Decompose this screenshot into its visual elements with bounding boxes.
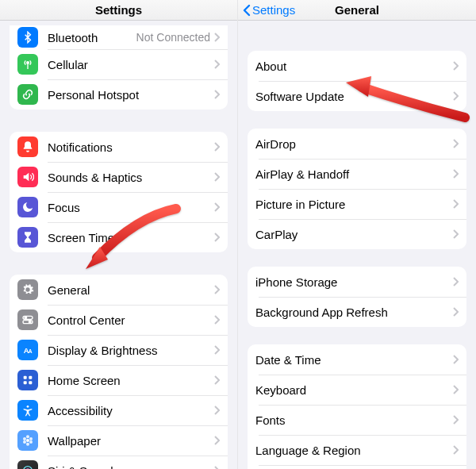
svg-point-2 <box>25 317 27 319</box>
text-size-icon: AA <box>17 340 38 360</box>
general-row-fonts[interactable]: Fonts <box>248 405 466 435</box>
general-row-software-update[interactable]: Software Update <box>248 81 466 111</box>
settings-group-connectivity: Bluetooth Not Connected Cellular Persona… <box>10 25 228 110</box>
row-label: Control Center <box>48 313 213 327</box>
svg-rect-10 <box>29 381 32 384</box>
row-label: Screen Time <box>48 231 213 244</box>
general-row-datetime[interactable]: Date & Time <box>248 344 466 375</box>
row-label: Background App Refresh <box>255 306 452 319</box>
grid-icon <box>17 370 38 390</box>
row-label: Notifications <box>48 140 213 154</box>
link-icon <box>17 84 38 105</box>
gear-icon <box>17 279 38 300</box>
general-group-locale: Date & Time Keyboard Fonts Language & Re… <box>248 344 466 469</box>
svg-point-17 <box>23 440 26 444</box>
row-label: Software Update <box>255 90 452 103</box>
svg-point-12 <box>26 439 29 442</box>
antenna-icon <box>17 54 38 75</box>
settings-row-general[interactable]: General <box>10 275 228 305</box>
general-content: About Software Update AirDrop AirPlay & … <box>238 21 476 469</box>
general-group-airdrop: AirDrop AirPlay & Handoff Picture in Pic… <box>248 129 466 249</box>
chevron-right-icon <box>213 33 220 42</box>
row-label: Display & Brightness <box>48 344 213 357</box>
chevron-right-icon <box>213 233 220 242</box>
chevron-right-icon <box>452 199 459 209</box>
chevron-right-icon <box>452 277 459 286</box>
chevron-right-icon <box>213 466 220 469</box>
settings-row-home-screen[interactable]: Home Screen <box>10 365 228 395</box>
general-row-bg-refresh[interactable]: Background App Refresh <box>248 297 466 327</box>
chevron-right-icon <box>213 375 220 385</box>
bluetooth-icon <box>17 27 38 48</box>
general-row-carplay[interactable]: CarPlay <box>248 219 466 249</box>
general-row-airplay[interactable]: AirPlay & Handoff <box>248 159 466 189</box>
general-screen: Settings General About Software Update A… <box>238 0 476 469</box>
svg-rect-7 <box>24 376 27 379</box>
group-spacer <box>248 327 466 344</box>
row-label: Home Screen <box>48 374 213 387</box>
group-spacer <box>10 252 228 275</box>
svg-point-0 <box>27 62 29 64</box>
row-value: Not Connected <box>136 31 210 44</box>
svg-point-13 <box>26 435 29 438</box>
row-label: Date & Time <box>255 353 452 367</box>
chevron-right-icon <box>213 315 220 325</box>
settings-row-display[interactable]: AA Display & Brightness <box>10 335 228 365</box>
settings-navbar: Settings <box>0 0 237 21</box>
chevron-right-icon <box>213 90 220 99</box>
settings-row-focus[interactable]: Focus <box>10 192 228 222</box>
row-label: General <box>48 283 213 297</box>
general-navbar: Settings General <box>238 0 476 21</box>
chevron-right-icon <box>213 406 220 415</box>
settings-row-sounds[interactable]: Sounds & Haptics <box>10 162 228 192</box>
settings-row-hotspot[interactable]: Personal Hotspot <box>10 79 228 110</box>
settings-group-device: General Control Center AA Display & Brig… <box>10 275 228 469</box>
row-label: Language & Region <box>255 444 452 457</box>
chevron-right-icon <box>452 169 459 179</box>
settings-row-wallpaper[interactable]: Wallpaper <box>10 425 228 456</box>
settings-group-alerts: Notifications Sounds & Haptics Focus <box>10 132 228 252</box>
general-row-language[interactable]: Language & Region <box>248 435 466 465</box>
row-label: Siri & Search <box>48 464 213 470</box>
svg-rect-8 <box>29 376 32 379</box>
general-row-dictionary[interactable]: Dictionary <box>248 465 466 469</box>
speaker-icon <box>17 167 38 187</box>
settings-row-accessibility[interactable]: Accessibility <box>10 395 228 425</box>
moon-icon <box>17 197 38 217</box>
chevron-right-icon <box>452 139 459 148</box>
settings-row-bluetooth[interactable]: Bluetooth Not Connected <box>10 25 228 49</box>
chevron-right-icon <box>452 229 459 239</box>
row-label: Focus <box>48 201 213 214</box>
svg-point-11 <box>27 406 29 408</box>
settings-row-screen-time[interactable]: Screen Time <box>10 222 228 252</box>
chevron-right-icon <box>452 415 459 425</box>
general-row-about[interactable]: About <box>248 51 466 81</box>
chevron-right-icon <box>213 172 220 182</box>
settings-row-notifications[interactable]: Notifications <box>10 132 228 162</box>
settings-row-cellular[interactable]: Cellular <box>10 49 228 79</box>
chevron-right-icon <box>213 436 220 445</box>
settings-row-siri[interactable]: Siri & Search <box>10 456 228 469</box>
chevron-right-icon <box>213 202 220 212</box>
row-label: Picture in Picture <box>255 198 452 211</box>
general-row-keyboard[interactable]: Keyboard <box>248 375 466 405</box>
settings-title: Settings <box>0 3 237 17</box>
settings-screen: Settings Bluetooth Not Connected Cellula… <box>0 0 238 469</box>
chevron-right-icon <box>452 355 459 364</box>
row-label: Personal Hotspot <box>48 88 213 102</box>
row-label: AirPlay & Handoff <box>255 167 452 181</box>
accessibility-icon <box>17 400 38 421</box>
general-row-storage[interactable]: iPhone Storage <box>248 267 466 297</box>
chevron-right-icon <box>213 285 220 294</box>
row-label: About <box>255 60 452 73</box>
back-button[interactable]: Settings <box>238 3 295 17</box>
svg-point-15 <box>29 440 33 444</box>
row-label: Wallpaper <box>48 434 213 448</box>
settings-row-control-center[interactable]: Control Center <box>10 305 228 335</box>
chevron-right-icon <box>452 307 459 317</box>
chevron-right-icon <box>452 385 459 394</box>
row-label: AirDrop <box>255 137 452 151</box>
general-row-pip[interactable]: Picture in Picture <box>248 189 466 219</box>
general-row-airdrop[interactable]: AirDrop <box>248 129 466 159</box>
row-label: iPhone Storage <box>255 275 452 289</box>
